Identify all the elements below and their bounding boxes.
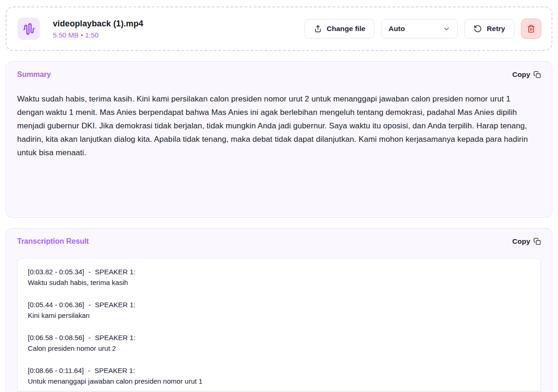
summary-title: Summary xyxy=(17,70,51,79)
copy-icon xyxy=(533,238,541,245)
transcript-entry: [0:05.44 - 0:06.36]-SPEAKER 1: Kini kami… xyxy=(28,299,530,321)
summary-card: Summary Copy Waktu sudah habis, terima k… xyxy=(6,61,552,218)
upload-icon xyxy=(314,25,322,33)
transcript-separator: - xyxy=(89,266,91,277)
language-select[interactable]: Auto xyxy=(381,19,458,38)
retry-label: Retry xyxy=(487,25,505,33)
transcript-timestamp: [0:03.82 - 0:05.34] xyxy=(28,268,84,276)
transcript-separator: - xyxy=(89,299,91,310)
transcript-entry: [0:06.58 - 0:08.56]-SPEAKER 1: Calon pre… xyxy=(28,332,530,354)
transcript-speaker: SPEAKER 1: xyxy=(95,301,136,309)
transcript-text: Waktu sudah habis, terima kasih xyxy=(28,277,530,288)
transcript-entry-header: [0:05.44 - 0:06.36]-SPEAKER 1: xyxy=(28,299,530,310)
file-card: videoplayback (1).mp4 5.50 MB • 1:50 Cha… xyxy=(6,6,552,51)
delete-file-button[interactable] xyxy=(521,19,541,39)
transcript-separator: - xyxy=(88,365,90,376)
summary-header: Summary Copy xyxy=(17,70,541,80)
transcription-title: Transcription Result xyxy=(17,237,89,246)
file-meta: 5.50 MB • 1:50 xyxy=(53,31,143,39)
summary-text: Waktu sudah habis, terima kasih. Kini ka… xyxy=(17,92,541,159)
transcript-separator: - xyxy=(89,332,91,343)
transcript-timestamp: [0:05.44 - 0:06.36] xyxy=(28,301,84,309)
transcript-text: Untuk menanggapi jawaban calon presiden … xyxy=(28,376,530,386)
transcript-entry-header: [0:03.82 - 0:05.34]-SPEAKER 1: xyxy=(28,266,530,277)
audio-waveform-icon xyxy=(23,23,35,35)
transcript-timestamp: [0:06.58 - 0:08.56] xyxy=(28,334,84,341)
change-file-button[interactable]: Change file xyxy=(304,19,375,38)
change-file-label: Change file xyxy=(327,25,366,33)
copy-icon xyxy=(533,71,541,78)
summary-copy-label: Copy xyxy=(512,70,530,79)
retry-button[interactable]: Retry xyxy=(464,19,514,38)
file-icon-box xyxy=(18,18,40,40)
transcript-timestamp: [0:08.66 - 0:11.64] xyxy=(28,367,84,374)
chevron-down-icon xyxy=(443,25,450,33)
transcript-entry: [0:03.82 - 0:05.34]-SPEAKER 1: Waktu sud… xyxy=(28,266,530,288)
transcript-speaker: SPEAKER 1: xyxy=(95,367,135,374)
transcript-entry: [0:08.66 - 0:11.64]-SPEAKER 1: Untuk men… xyxy=(28,365,530,386)
transcript-box[interactable]: [0:03.82 - 0:05.34]-SPEAKER 1: Waktu sud… xyxy=(17,258,541,392)
transcript-text: Kini kami persilakan xyxy=(28,310,530,321)
transcription-header: Transcription Result Copy xyxy=(17,236,541,247)
transcript-entry-header: [0:08.66 - 0:11.64]-SPEAKER 1: xyxy=(28,365,530,376)
rotate-ccw-icon xyxy=(474,25,482,33)
transcript-speaker: SPEAKER 1: xyxy=(95,334,136,341)
transcription-copy-label: Copy xyxy=(512,237,530,246)
summary-copy-button[interactable]: Copy xyxy=(512,70,541,80)
transcription-copy-button[interactable]: Copy xyxy=(512,236,541,247)
transcript-speaker: SPEAKER 1: xyxy=(95,268,136,276)
page: videoplayback (1).mp4 5.50 MB • 1:50 Cha… xyxy=(0,0,558,392)
file-title: videoplayback (1).mp4 xyxy=(53,19,143,29)
file-actions: Change file Auto Retry xyxy=(304,19,541,39)
transcription-card: Transcription Result Copy [0:03.82 - 0:0… xyxy=(6,228,552,392)
trash-icon xyxy=(527,25,535,33)
file-info: videoplayback (1).mp4 5.50 MB • 1:50 xyxy=(53,19,143,39)
transcript-text: Calon presiden nomor urut 2 xyxy=(28,343,530,354)
language-select-value: Auto xyxy=(388,25,405,33)
transcript-entry-header: [0:06.58 - 0:08.56]-SPEAKER 1: xyxy=(28,332,530,343)
